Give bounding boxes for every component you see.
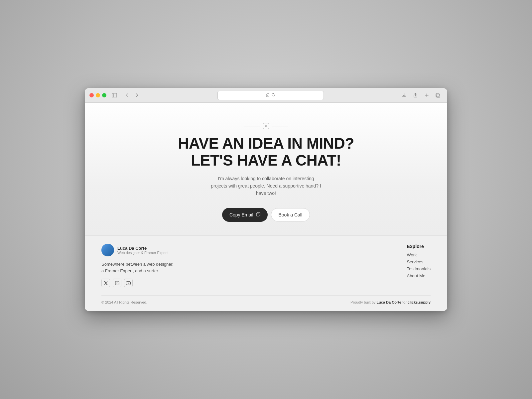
footer-nav: Explore Work Services Testimonials About…: [407, 244, 431, 278]
maximize-button[interactable]: [102, 93, 106, 97]
avatar-image: [101, 244, 114, 256]
footer-copyright: © 2024 All Rights Reserved.: [101, 300, 147, 304]
youtube-link[interactable]: [124, 279, 133, 287]
footer-bottom: © 2024 All Rights Reserved. Proudly buil…: [101, 295, 431, 304]
book-call-label: Book a Call: [279, 212, 303, 217]
social-links: [101, 279, 174, 287]
footer: Luca Da Corte Web designer & Framer Expe…: [85, 235, 447, 311]
brand-text: Luca Da Corte Web designer & Framer Expe…: [117, 246, 168, 255]
browser-actions: [399, 91, 443, 100]
svg-rect-6: [115, 281, 119, 285]
browser-window: ⊠ HAVE AN IDEA IN MIND? LET'S HAVE A CHA…: [85, 88, 447, 311]
brand-role: Web designer & Framer Expert: [117, 251, 168, 255]
footer-credit: Proudly built by Luca Da Corte for click…: [350, 300, 431, 304]
page-content: ⊠ HAVE AN IDEA IN MIND? LET'S HAVE A CHA…: [85, 103, 447, 311]
share-button[interactable]: [411, 91, 420, 100]
privacy-icon: [266, 93, 269, 98]
brand-name: Luca Da Corte: [117, 246, 168, 251]
forward-button[interactable]: [132, 91, 142, 100]
hero-subtitle: I'm always looking to collaborate on int…: [209, 175, 323, 197]
footer-brand: Luca Da Corte Web designer & Framer Expe…: [101, 244, 174, 287]
framer-icon: ⊠: [263, 123, 269, 129]
copy-email-button[interactable]: Copy Email: [222, 208, 268, 222]
new-tab-button[interactable]: [422, 91, 431, 100]
hero-title-line2: LET'S HAVE A CHAT!: [178, 152, 354, 169]
copy-icon: [256, 212, 260, 217]
address-bar[interactable]: [217, 91, 324, 100]
brand-info: Luca Da Corte Web designer & Framer Expe…: [101, 244, 174, 256]
avatar: [101, 244, 114, 256]
cta-buttons: Copy Email Book a Call: [222, 208, 310, 222]
nav-link-work[interactable]: Work: [407, 252, 431, 257]
brand-description-line1: Somewhere between a web designer,: [101, 262, 174, 267]
refresh-button[interactable]: [271, 93, 275, 98]
credit-site[interactable]: clicks.supply: [408, 300, 431, 304]
sidebar-toggle-button[interactable]: [110, 91, 119, 100]
close-button[interactable]: [89, 93, 94, 97]
divider-line-right: [272, 126, 288, 126]
hero-headline: HAVE AN IDEA IN MIND? LET'S HAVE A CHAT!: [178, 135, 354, 169]
hero-section: ⊠ HAVE AN IDEA IN MIND? LET'S HAVE A CHA…: [85, 103, 447, 235]
desktop-background: ⊠ HAVE AN IDEA IN MIND? LET'S HAVE A CHA…: [0, 0, 532, 399]
back-button[interactable]: [122, 91, 132, 100]
brand-description-line2: a Framer Expert, and a surfer.: [101, 268, 159, 273]
footer-nav-title: Explore: [407, 244, 431, 249]
tabs-button[interactable]: [433, 91, 443, 100]
credit-text: Proudly built by: [350, 300, 376, 304]
twitter-link[interactable]: [101, 279, 110, 287]
traffic-lights: [89, 93, 106, 97]
brand-description: Somewhere between a web designer, a Fram…: [101, 261, 174, 274]
nav-link-about[interactable]: About Me: [407, 273, 431, 278]
linkedin-link[interactable]: [113, 279, 121, 287]
nav-link-testimonials[interactable]: Testimonials: [407, 266, 431, 271]
svg-rect-5: [256, 213, 259, 216]
credit-author[interactable]: Luca Da Corte: [376, 300, 401, 304]
nav-link-services[interactable]: Services: [407, 259, 431, 264]
address-bar-area: [145, 91, 396, 100]
section-divider: ⊠: [244, 123, 288, 129]
nav-buttons: [122, 91, 142, 100]
book-call-button[interactable]: Book a Call: [271, 208, 310, 221]
divider-line-left: [244, 126, 260, 126]
footer-main: Luca Da Corte Web designer & Framer Expe…: [101, 244, 431, 287]
svg-rect-0: [112, 93, 117, 97]
minimize-button[interactable]: [96, 93, 100, 97]
browser-chrome: [85, 88, 447, 103]
credit-for: for: [402, 300, 408, 304]
svg-point-2: [267, 95, 268, 96]
hero-title-line1: HAVE AN IDEA IN MIND?: [178, 135, 354, 152]
copy-email-label: Copy Email: [229, 212, 253, 217]
download-button[interactable]: [399, 91, 409, 100]
